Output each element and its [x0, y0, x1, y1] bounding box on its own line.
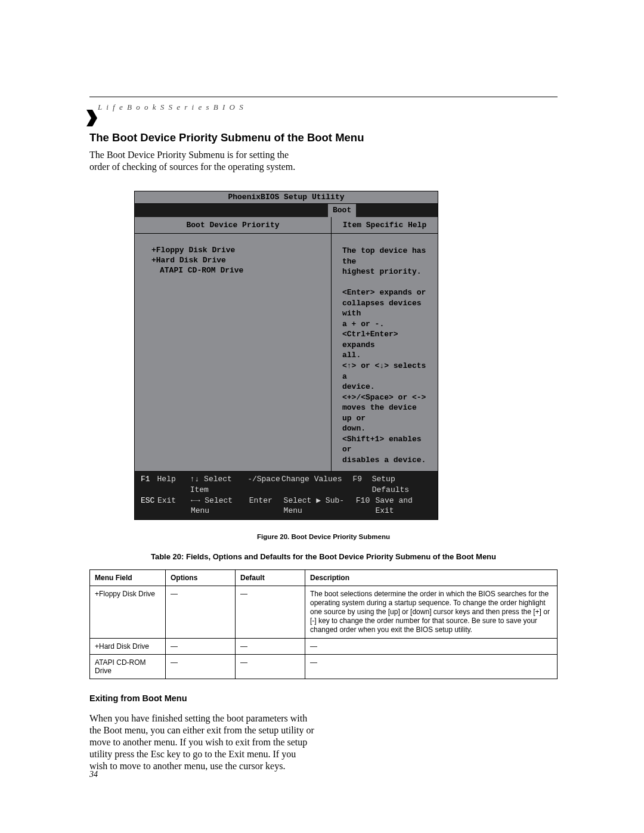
fields-table: Menu Field Options Default Description +… — [89, 569, 558, 679]
bios-menubar: Boot — [134, 204, 438, 217]
intro-paragraph: The Boot Device Priority Submenu is for … — [89, 149, 304, 173]
bios-help-text: The top device has the highest priority.… — [332, 234, 438, 471]
table-row: ATAPI CD-ROM Drive — — — — [90, 654, 558, 679]
figure-caption: Figure 20. Boot Device Priority Submenu — [89, 533, 558, 540]
bios-device: +Hard Disk Drive — [151, 256, 325, 266]
bios-device: ATAPI CD-ROM Drive — [151, 266, 325, 276]
svg-marker-0 — [86, 110, 97, 126]
table-row: +Hard Disk Drive — — — — [90, 638, 558, 654]
th-default: Default — [236, 569, 305, 586]
bios-device-list: +Floppy Disk Drive +Hard Disk Drive ATAP… — [135, 234, 331, 282]
bios-left-header: Boot Device Priority — [135, 217, 331, 234]
th-menu-field: Menu Field — [90, 569, 166, 586]
bios-panel: PhoenixBIOS Setup Utility Boot Boot Devi… — [134, 191, 438, 520]
header-ornament-icon — [86, 110, 101, 126]
page-number: 34 — [89, 770, 98, 779]
running-header: L i f e B o o k S S e r i e s B I O S — [98, 103, 244, 112]
table-row: +Floppy Disk Drive — — The boot selectio… — [90, 586, 558, 638]
bios-device: +Floppy Disk Drive — [151, 246, 325, 256]
bios-active-tab: Boot — [328, 204, 356, 217]
bios-right-header: Item Specific Help — [332, 217, 438, 234]
bios-title: PhoenixBIOS Setup Utility — [134, 191, 438, 204]
table-caption: Table 20: Fields, Options and Defaults f… — [89, 552, 558, 561]
exiting-paragraph: When you have finished setting the boot … — [89, 713, 316, 772]
header-rule — [89, 97, 558, 97]
th-description: Description — [305, 569, 558, 586]
section-title: The Boot Device Priority Submenu of the … — [89, 131, 558, 144]
bios-footer: F1 Help ↑↓ Select Item -/Space Change Va… — [134, 472, 438, 519]
exiting-subhead: Exiting from Boot Menu — [89, 693, 558, 703]
th-options: Options — [166, 569, 236, 586]
